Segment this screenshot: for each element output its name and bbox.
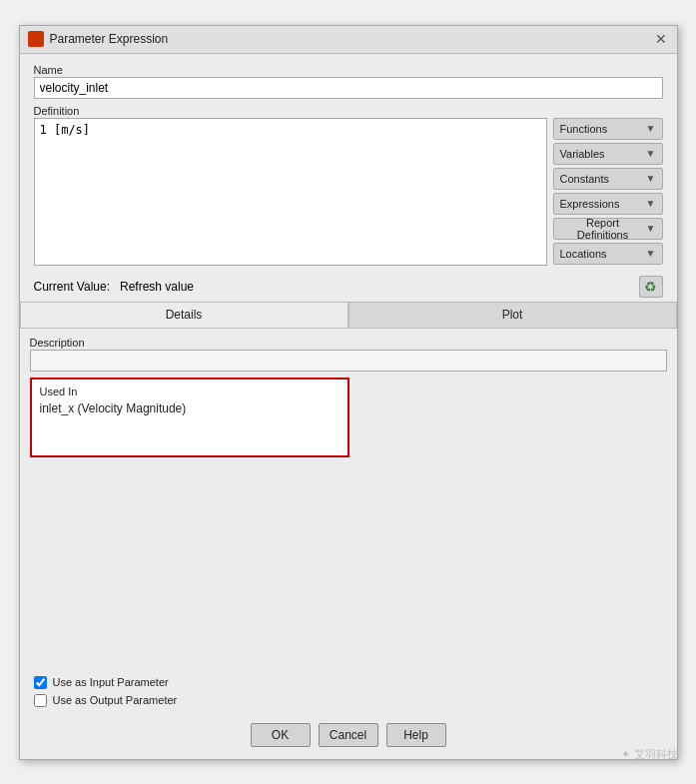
constants-arrow-icon: ▼ <box>646 173 656 184</box>
help-button[interactable]: Help <box>386 723 446 747</box>
title-bar: Parameter Expression ✕ <box>20 26 677 54</box>
input-param-row: Use as Input Parameter <box>34 676 663 689</box>
output-param-label: Use as Output Parameter <box>53 694 178 706</box>
tabs: Details Plot <box>20 302 677 329</box>
name-label: Name <box>34 64 663 76</box>
close-button[interactable]: ✕ <box>653 31 669 47</box>
cancel-button[interactable]: Cancel <box>319 723 378 747</box>
watermark-text: 艾羽科技 <box>634 747 678 762</box>
output-param-checkbox[interactable] <box>34 694 47 707</box>
current-value-row: Current Value: Refresh value ♻ <box>34 272 663 302</box>
functions-button[interactable]: Functions ▼ <box>553 118 663 140</box>
constants-label: Constants <box>560 173 610 185</box>
variables-label: Variables <box>560 148 605 160</box>
current-value-label: Current Value: Refresh value <box>34 280 195 294</box>
locations-arrow-icon: ▼ <box>646 248 656 259</box>
used-in-box: Used In inlet_x (Velocity Magnitude) <box>30 378 349 457</box>
description-field-row: Description <box>30 337 667 372</box>
parameter-expression-dialog: Parameter Expression ✕ Name Definition F… <box>19 25 678 760</box>
dialog-title: Parameter Expression <box>50 32 169 46</box>
constants-button[interactable]: Constants ▼ <box>553 168 663 190</box>
input-param-checkbox[interactable] <box>34 676 47 689</box>
output-param-row: Use as Output Parameter <box>34 694 663 707</box>
functions-label: Functions <box>560 123 608 135</box>
locations-label: Locations <box>560 248 607 260</box>
definition-input[interactable] <box>34 118 547 266</box>
tab-details[interactable]: Details <box>20 302 348 328</box>
refresh-button[interactable]: ♻ <box>639 276 663 298</box>
variables-button[interactable]: Variables ▼ <box>553 143 663 165</box>
locations-button[interactable]: Locations ▼ <box>553 243 663 265</box>
watermark-icon: ✦ <box>621 748 630 761</box>
tab-content-details: Description Used In inlet_x (Velocity Ma… <box>20 329 677 668</box>
refresh-value-text: Refresh value <box>120 280 194 294</box>
used-in-value: inlet_x (Velocity Magnitude) <box>40 401 340 415</box>
description-label: Description <box>30 337 667 349</box>
expressions-label: Expressions <box>560 198 620 210</box>
report-definitions-label: Report Definitions <box>560 217 646 241</box>
report-definitions-button[interactable]: Report Definitions ▼ <box>553 218 663 240</box>
app-icon <box>28 31 44 47</box>
functions-arrow-icon: ▼ <box>646 123 656 134</box>
watermark: ✦ 艾羽科技 <box>621 747 678 762</box>
used-in-label: Used In <box>40 386 340 397</box>
bottom-buttons: OK Cancel Help <box>20 715 677 759</box>
variables-arrow-icon: ▼ <box>646 148 656 159</box>
checkboxes: Use as Input Parameter Use as Output Par… <box>20 668 677 715</box>
report-definitions-arrow-icon: ▼ <box>646 223 656 234</box>
ok-button[interactable]: OK <box>251 723 311 747</box>
definition-area: Functions ▼ Variables ▼ Constants ▼ Expr… <box>34 118 663 266</box>
input-param-label: Use as Input Parameter <box>53 676 169 688</box>
description-input[interactable] <box>30 350 667 372</box>
expressions-button[interactable]: Expressions ▼ <box>553 193 663 215</box>
title-bar-left: Parameter Expression <box>28 31 169 47</box>
name-field-row: Name <box>34 64 663 99</box>
sidebar-buttons: Functions ▼ Variables ▼ Constants ▼ Expr… <box>553 118 663 265</box>
tab-plot[interactable]: Plot <box>348 302 677 328</box>
refresh-icon: ♻ <box>644 279 657 295</box>
name-input[interactable] <box>34 77 663 99</box>
expressions-arrow-icon: ▼ <box>646 198 656 209</box>
definition-label: Definition <box>34 105 663 117</box>
main-content: Name Definition Functions ▼ Variables ▼ <box>20 54 677 302</box>
definition-field-row: Definition Functions ▼ Variables ▼ Const… <box>34 105 663 266</box>
